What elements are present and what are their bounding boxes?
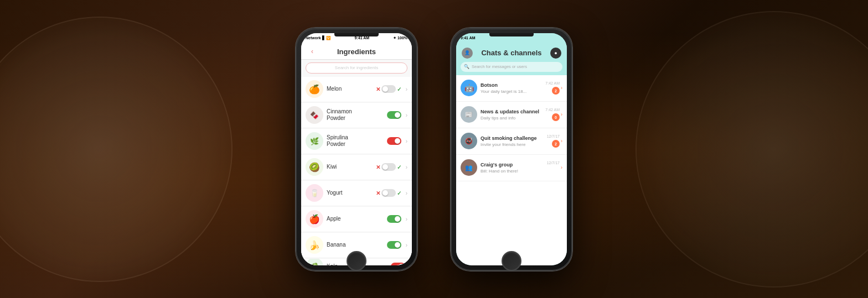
battery-label: 100% <box>397 36 407 40</box>
ingredient-item-spirulina[interactable]: 🌿 SpirulinaPowder › <box>301 129 412 154</box>
chats-search-bar[interactable]: 🔍 Search for messages or users <box>461 62 562 72</box>
spirulina-icon: 🌿 <box>306 132 323 150</box>
kiwi-name: Kiwi <box>327 164 376 170</box>
banana-chevron: › <box>406 242 407 248</box>
quit-smoking-name: Quit smoking challenge <box>480 135 545 141</box>
kiwi-toggle-knob <box>383 164 388 170</box>
spirulina-toggle-area <box>387 137 401 145</box>
spirulina-toggle-knob <box>395 138 400 144</box>
quit-smoking-meta: 12/7/17 2 <box>547 134 560 148</box>
spirulina-name: SpirulinaPowder <box>327 134 387 148</box>
ingredient-item-melon[interactable]: 🍊 Melon ✕ ✓ › <box>301 77 412 102</box>
craigs-group-meta: 12/7/17 0 <box>547 161 560 174</box>
kiwi-icon: 🥝 <box>306 158 323 176</box>
news-time: 7:42 AM <box>545 108 560 112</box>
kiwi-toggle[interactable] <box>381 163 396 171</box>
news-badge: 0 <box>552 113 560 121</box>
spirulina-toggle[interactable] <box>387 137 401 145</box>
chats-search-icon: 🔍 <box>464 64 469 69</box>
banana-toggle[interactable] <box>387 241 401 249</box>
melon-toggle-area: ✕ ✓ <box>376 85 401 93</box>
botson-time: 7:42 AM <box>545 81 560 85</box>
yogurt-chevron: › <box>406 190 407 196</box>
kale-toggle-area <box>391 263 405 265</box>
chat-item-botson[interactable]: 🤖 Botson Your daily target is 18... 7:42… <box>456 75 567 102</box>
melon-chevron: › <box>406 86 407 92</box>
chats-title: Chats & channels <box>481 49 541 57</box>
phone-2-chats: 9:41 AM 👤 Chats & channels ● 🔍 Search fo… <box>451 28 572 271</box>
quit-smoking-preview: Invite your friends here <box>480 142 545 147</box>
apple-chevron: › <box>406 216 407 222</box>
back-button[interactable]: ‹ <box>311 48 313 55</box>
chat-item-craigs-group[interactable]: 👥 Craig's group Bill: Hand on there! 12/… <box>456 155 567 181</box>
melon-x-mark: ✕ <box>376 86 380 92</box>
quit-smoking-chevron: › <box>561 138 562 144</box>
yogurt-toggle[interactable] <box>381 189 396 197</box>
signal-icon: ▋ <box>322 36 325 40</box>
quit-smoking-content: Quit smoking challenge Invite your frien… <box>480 135 545 147</box>
news-content: News & updates channel Daily tips and in… <box>480 109 543 121</box>
spirulina-chevron: › <box>406 138 407 144</box>
banana-name: Banana <box>327 242 387 248</box>
kale-toggle[interactable] <box>391 263 405 265</box>
cinnamon-chevron: › <box>406 112 407 118</box>
cinnamon-toggle[interactable] <box>387 111 401 119</box>
profile-icon[interactable]: 👤 <box>462 48 473 59</box>
phone-2-home-button[interactable] <box>502 251 521 271</box>
banana-toggle-knob <box>395 242 400 248</box>
yogurt-toggle-knob <box>383 190 388 196</box>
phone-1-notch <box>334 33 379 36</box>
wifi-icon: 🛜 <box>326 36 331 40</box>
apple-icon: 🍎 <box>306 210 323 228</box>
melon-icon: 🍊 <box>306 80 323 98</box>
apple-toggle[interactable] <box>387 215 401 223</box>
cinnamon-toggle-knob <box>395 112 400 118</box>
banana-toggle-area <box>387 241 401 249</box>
botson-content: Botson Your daily target is 18... <box>480 82 543 94</box>
craigs-group-name: Craig's group <box>480 162 545 168</box>
craigs-group-badge: 0 <box>552 166 560 174</box>
chat-item-quit-smoking[interactable]: 🚭 Quit smoking challenge Invite your fri… <box>456 128 567 155</box>
botson-avatar: 🤖 <box>461 80 477 96</box>
cinnamon-name: CinnamonPowder <box>327 108 387 122</box>
craigs-group-preview: Bill: Hand on there! <box>480 169 545 174</box>
header-title-wrap: ‹ Ingredients <box>307 48 406 56</box>
chats-search-placeholder: Search for messages or users <box>472 64 527 69</box>
botson-meta: 7:42 AM 2 <box>545 81 560 95</box>
chats-screen: 9:41 AM 👤 Chats & channels ● 🔍 Search fo… <box>456 33 567 265</box>
chat-item-news[interactable]: 📰 News & updates channel Daily tips and … <box>456 102 567 128</box>
status-left: Network ▋ 🛜 <box>306 36 331 40</box>
phone-1-home-button[interactable] <box>347 251 366 271</box>
chats-list: 🤖 Botson Your daily target is 18... 7:42… <box>456 75 567 265</box>
melon-name: Melon <box>327 86 376 92</box>
yogurt-name: Yogurt <box>327 190 376 196</box>
phones-container: Network ▋ 🛜 9:41 AM ✦ 100% ‹ Ingredients <box>0 0 868 298</box>
phone-2-notch <box>489 33 534 36</box>
kiwi-toggle-area: ✕ ✓ <box>376 163 401 171</box>
chats-header: 👤 Chats & channels ● <box>456 43 567 62</box>
settings-icon[interactable]: ● <box>550 48 561 59</box>
yogurt-check-mark: ✓ <box>397 190 401 196</box>
clock-2: 9:41 AM <box>461 36 476 40</box>
yogurt-toggle-area: ✕ ✓ <box>376 189 401 197</box>
clock-1: 9:41 AM <box>355 36 370 40</box>
ingredients-title: Ingredients <box>337 48 376 56</box>
ingredient-item-yogurt[interactable]: 🥛 Yogurt ✕ ✓ › <box>301 181 412 206</box>
ingredients-search-bar[interactable]: Search for ingredients <box>306 62 407 74</box>
kiwi-chevron: › <box>406 164 407 170</box>
status-right: ✦ 100% <box>393 36 407 40</box>
botson-chevron: › <box>561 85 562 91</box>
apple-toggle-area <box>387 215 401 223</box>
ingredient-item-cinnamon[interactable]: 🍫 CinnamonPowder › <box>301 103 412 128</box>
melon-toggle[interactable] <box>381 85 396 93</box>
craigs-group-avatar: 👥 <box>461 159 477 176</box>
ingredient-item-apple[interactable]: 🍎 Apple › <box>301 207 412 232</box>
phone-2-screen-area: 9:41 AM 👤 Chats & channels ● 🔍 Search fo… <box>456 33 567 265</box>
kiwi-check-mark: ✓ <box>397 164 401 170</box>
yogurt-icon: 🥛 <box>306 184 323 202</box>
ingredients-header: ‹ Ingredients <box>301 43 412 60</box>
news-chevron: › <box>561 112 562 117</box>
melon-check-mark: ✓ <box>397 86 401 92</box>
phone-1-screen-area: Network ▋ 🛜 9:41 AM ✦ 100% ‹ Ingredients <box>301 33 412 265</box>
ingredient-item-kiwi[interactable]: 🥝 Kiwi ✕ ✓ › <box>301 155 412 180</box>
